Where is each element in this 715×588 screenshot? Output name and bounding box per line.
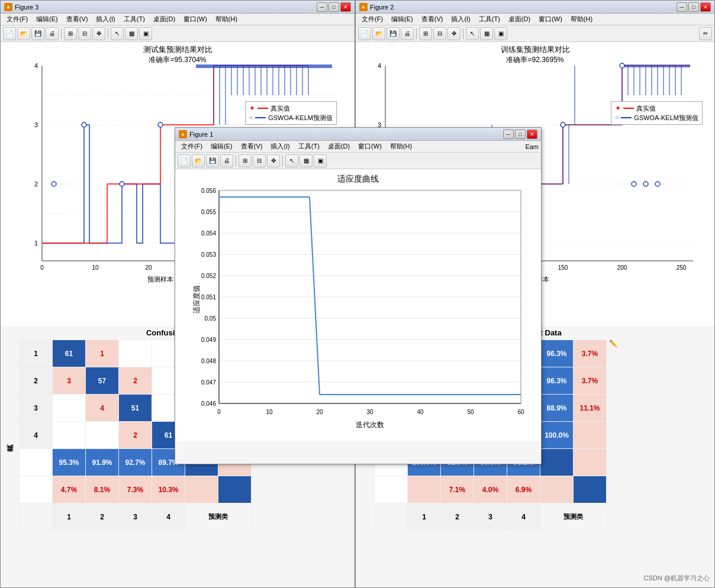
tb-zoomin[interactable]: ⊞ (64, 27, 77, 40)
svg-text:1: 1 (34, 240, 38, 247)
svg-text:20: 20 (316, 409, 323, 415)
fig2-tb-save[interactable]: 💾 (387, 27, 400, 40)
fig2-empty-corner2 (375, 476, 408, 503)
fig1-tb-zoomout[interactable]: ⊟ (253, 154, 266, 167)
fig2-tb-open[interactable]: 📂 (372, 27, 385, 40)
fig2-cell-1-err: 3.7% (574, 340, 607, 367)
fig1-tb-save[interactable]: 💾 (206, 154, 219, 167)
fig2-edit-icon[interactable]: ✏️ (609, 340, 618, 348)
tb-pan[interactable]: ✥ (92, 27, 105, 40)
legend-real-line: ✦ 真实值 (249, 104, 333, 113)
fig2-legend-red-line (623, 108, 634, 109)
svg-text:250: 250 (677, 264, 687, 271)
fig1-tb-zoomin[interactable]: ⊞ (239, 154, 252, 167)
fig2-minimize-button[interactable]: ─ (677, 2, 687, 12)
svg-text:适应度值: 适应度值 (192, 285, 201, 314)
fig2-win-controls[interactable]: ─ □ ✕ (677, 2, 711, 12)
fig2-menu-window[interactable]: 窗口(W) (535, 14, 566, 24)
tb-open[interactable]: 📂 (17, 27, 30, 40)
fig1-tb-print[interactable]: 🖨 (220, 154, 233, 167)
fig1-menu-tools[interactable]: 工具(T) (295, 141, 323, 151)
menu-insert[interactable]: 插入(I) (92, 14, 118, 24)
menu-desktop[interactable]: 桌面(D) (150, 14, 179, 24)
err-col-1: 4.7% (53, 476, 86, 503)
fig2-menu-tools[interactable]: 工具(T) (475, 14, 504, 24)
svg-text:预测样本: 预测样本 (147, 276, 173, 283)
fig1-menu-desktop[interactable]: 桌面(D) (324, 141, 353, 151)
fig2-tb-edit[interactable]: ✏ (699, 27, 712, 40)
fig2-tb-extra[interactable]: ▣ (494, 27, 507, 40)
fig2-maximize-button[interactable]: □ (688, 2, 699, 12)
legend-blue-line (255, 117, 266, 118)
svg-rect-30 (196, 64, 332, 68)
minimize-button[interactable]: ─ (317, 2, 327, 12)
err-col-3: 7.3% (119, 476, 152, 503)
tb-zoomout[interactable]: ⊟ (78, 27, 91, 40)
fig2-tb-sep1 (416, 28, 417, 39)
fig1-menu-help[interactable]: 帮助(H) (387, 141, 416, 151)
fig1-close-button[interactable]: ✕ (527, 130, 537, 139)
legend-real-label: 真实值 (270, 104, 290, 113)
fig2-tb-print[interactable]: 🖨 (401, 27, 414, 40)
fig2-tb-cursor[interactable]: ↖ (466, 27, 479, 40)
fig2-menu-help[interactable]: 帮助(H) (567, 14, 596, 24)
fig1-menu-view[interactable]: 查看(V) (237, 141, 266, 151)
svg-text:0.056: 0.056 (201, 188, 216, 194)
fig2-menu-view[interactable]: 查看(V) (418, 14, 447, 24)
fig3-legend: ✦ 真实值 ○ GSWOA-KELM预测值 (245, 101, 337, 125)
maximize-button[interactable]: □ (328, 2, 339, 12)
fig1-tb-extra[interactable]: ▣ (314, 154, 327, 167)
fig1-menu-insert[interactable]: 插入(I) (267, 141, 293, 151)
tb-brush[interactable]: ▦ (125, 27, 138, 40)
cell-3-1 (53, 395, 86, 422)
fig2-menu-file[interactable]: 文件(F) (358, 14, 387, 24)
fig1-maximize-button[interactable]: □ (515, 130, 526, 139)
svg-text:60: 60 (517, 409, 524, 415)
svg-text:0.05: 0.05 (205, 315, 217, 322)
fig2-legend-pred-label: GSWOA-KELM预测值 (634, 113, 698, 122)
fig2-menu-edit[interactable]: 编辑(E) (388, 14, 417, 24)
tb-print[interactable]: 🖨 (46, 27, 59, 40)
acc-col-3: 92.7% (119, 449, 152, 476)
fig1-tb-open[interactable]: 📂 (192, 154, 205, 167)
fig2-tb-zoomout[interactable]: ⊟ (433, 27, 446, 40)
svg-point-29 (158, 122, 163, 127)
fig2-menu-desktop[interactable]: 桌面(D) (505, 14, 534, 24)
cell-4-3: 2 (119, 422, 152, 449)
svg-text:0.047: 0.047 (201, 379, 216, 386)
cell-1-1: 61 (53, 340, 86, 367)
fig2-tb-brush[interactable]: ▦ (480, 27, 493, 40)
menu-view[interactable]: 查看(V) (63, 14, 92, 24)
menu-window[interactable]: 窗口(W) (180, 14, 211, 24)
fig1-tb-pan[interactable]: ✥ (267, 154, 280, 167)
tb-new[interactable]: 📄 (3, 27, 16, 40)
menu-file[interactable]: 文件(F) (3, 14, 31, 24)
fig1-win-controls[interactable]: ─ □ ✕ (503, 130, 537, 139)
menu-edit[interactable]: 编辑(E) (33, 14, 62, 24)
menu-tools[interactable]: 工具(T) (120, 14, 149, 24)
fig1-tb-new[interactable]: 📄 (178, 154, 191, 167)
fig2-close-button[interactable]: ✕ (700, 2, 711, 12)
fig2-err-col-3: 4.0% (474, 476, 507, 503)
tb-extra[interactable]: ▣ (139, 27, 152, 40)
fig2-cell-3-err: 11.1% (574, 395, 607, 422)
fig1-minimize-button[interactable]: ─ (503, 130, 514, 139)
fig2-menu-insert[interactable]: 插入(I) (447, 14, 474, 24)
fig1-plot-title: 适应度曲线 (175, 169, 541, 185)
fig2-tb-pan[interactable]: ✥ (447, 27, 460, 40)
fig2-title-bar: ▲ Figure 2 ─ □ ✕ (356, 1, 714, 14)
svg-text:150: 150 (558, 264, 568, 271)
win-controls[interactable]: ─ □ ✕ (317, 2, 351, 12)
fig2-err-col-1 (408, 476, 441, 503)
fig1-tb-cursor[interactable]: ↖ (285, 154, 298, 167)
fig2-tb-zoomin[interactable]: ⊞ (419, 27, 432, 40)
fig1-menu-edit[interactable]: 编辑(E) (207, 141, 236, 151)
fig1-menu-file[interactable]: 文件(F) (178, 141, 206, 151)
fig1-menu-window[interactable]: 窗口(W) (355, 141, 385, 151)
fig2-tb-new[interactable]: 📄 (358, 27, 371, 40)
tb-save[interactable]: 💾 (31, 27, 44, 40)
tb-cursor[interactable]: ↖ (111, 27, 124, 40)
menu-help[interactable]: 帮助(H) (212, 14, 241, 24)
close-button[interactable]: ✕ (340, 2, 351, 12)
fig1-tb-brush[interactable]: ▦ (299, 154, 313, 167)
